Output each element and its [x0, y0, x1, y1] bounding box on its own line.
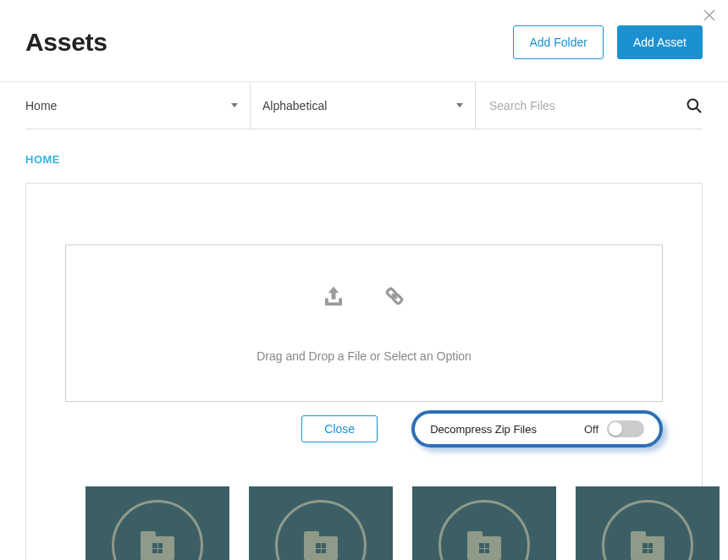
add-asset-button[interactable]: Add Asset: [617, 25, 703, 59]
folder-ring: [438, 500, 530, 560]
folder-card[interactable]: [576, 486, 720, 560]
svg-rect-5: [325, 299, 328, 304]
header-buttons: Add Folder Add Asset: [513, 25, 703, 59]
folder-icon: [467, 531, 501, 560]
location-select[interactable]: Home: [25, 82, 251, 129]
folder-ring: [275, 500, 367, 560]
chevron-down-icon: [456, 103, 463, 107]
dropzone[interactable]: Drag and Drop a File or Select an Option: [65, 244, 663, 402]
sort-value: Alphabetical: [262, 99, 327, 113]
link-icon[interactable]: [382, 283, 407, 309]
location-value: Home: [25, 99, 57, 113]
folder-icon: [631, 531, 665, 560]
decompress-toggle[interactable]: [607, 420, 644, 437]
search-icon[interactable]: [686, 97, 703, 114]
folder-cards: [85, 486, 643, 560]
folder-icon: [304, 531, 338, 560]
search-input[interactable]: [488, 98, 686, 113]
page-title: Assets: [25, 28, 108, 57]
toggle-state: Off: [584, 423, 598, 436]
folder-ring: [112, 500, 203, 560]
svg-line-3: [697, 107, 701, 112]
main-panel: Drag and Drop a File or Select an Option…: [25, 183, 703, 560]
dropzone-icons: [321, 283, 407, 309]
switch-knob: [609, 422, 622, 436]
dropzone-text: Drag and Drop a File or Select an Option: [256, 349, 472, 363]
folder-icon: [141, 531, 174, 560]
folder-card[interactable]: [249, 486, 393, 560]
filter-bar: Home Alphabetical: [25, 82, 703, 129]
sort-select[interactable]: Alphabetical: [251, 82, 476, 129]
folder-card[interactable]: [412, 486, 556, 560]
toggle-label: Decompress Zip Files: [430, 423, 537, 436]
close-icon: [703, 10, 716, 25]
breadcrumb: HOME: [0, 129, 728, 183]
add-folder-button[interactable]: Add Folder: [513, 25, 603, 59]
breadcrumb-home[interactable]: HOME: [25, 153, 60, 166]
chevron-down-icon: [231, 103, 238, 107]
dialog-close-button[interactable]: [703, 8, 716, 22]
toggle-right: Off: [584, 420, 644, 437]
svg-rect-6: [339, 299, 342, 304]
header: Assets Add Folder Add Asset: [0, 0, 728, 82]
close-button[interactable]: Close: [301, 415, 378, 442]
search-wrap: [476, 82, 703, 129]
decompress-toggle-highlight: Decompress Zip Files Off: [411, 410, 663, 447]
folder-ring: [602, 500, 693, 560]
upload-icon[interactable]: [321, 283, 346, 309]
controls-row: Close Decompress Zip Files Off: [65, 410, 663, 447]
folder-card[interactable]: [85, 486, 229, 560]
